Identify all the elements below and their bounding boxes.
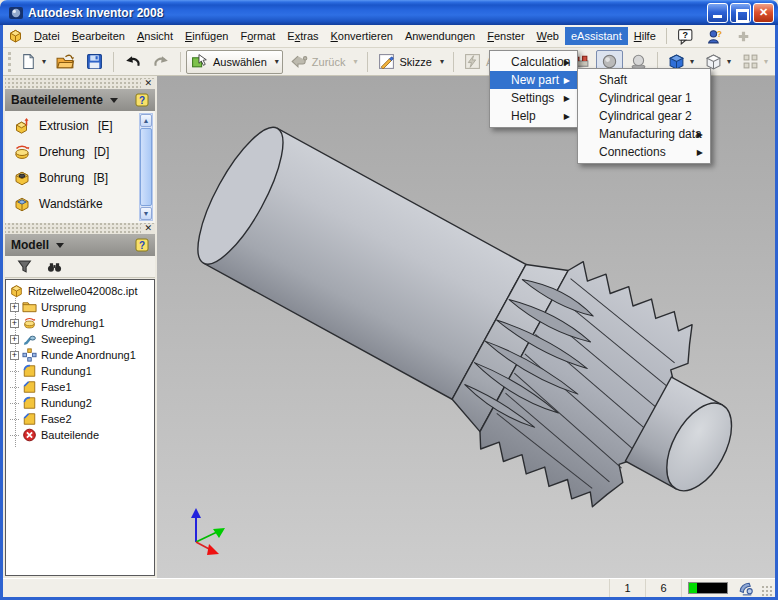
dropdown-arrow-icon[interactable]: ▾ [353,57,357,66]
submenu-arrow-icon: ▶ [564,58,570,67]
panel-header-bauteilelemente[interactable]: Bauteilelemente ? [5,89,155,111]
tree-item-umdrehung1[interactable]: +Umdrehung1 [6,315,154,331]
submenu-item-connections[interactable]: Connections▶ [578,143,710,161]
panel-header-modell[interactable]: Modell ? [5,234,155,256]
submenu-item-shaft[interactable]: Shaft [578,71,710,89]
extrusion-icon [13,117,31,135]
tree-item-fase2[interactable]: Fase2 [6,411,154,427]
file-cube-icon [7,28,24,44]
menu-eassistant[interactable]: eAssistant [565,27,628,45]
tree-connector [10,387,19,388]
submenu-item-manufacturing-data[interactable]: Manufacturing data▶ [578,125,710,143]
expand-icon[interactable]: + [10,319,19,328]
help-badge-icon[interactable]: ? [135,93,149,107]
menu-item-calculation[interactable]: Calculation▶ [490,53,577,71]
chevron-down-icon[interactable] [110,98,118,103]
dropdown-arrow-icon[interactable]: ▾ [275,57,279,66]
ausw-hlen-button[interactable]: Auswählen▾ [186,50,283,74]
close-icon[interactable]: ✕ [141,224,155,233]
redo-button[interactable] [148,50,175,74]
menu-hilfe[interactable]: Hilfe [628,27,662,45]
minimize-button[interactable] [707,3,728,23]
scroll-down-icon[interactable]: ▼ [140,207,152,220]
zur-ck-button[interactable]: Zurück▾ [285,50,362,74]
resize-grip[interactable] [761,585,773,597]
tree-item-bauteilende[interactable]: Bauteilende [6,427,154,443]
tree-item-sweeping1[interactable]: +Sweeping1 [6,331,154,347]
plus-button[interactable] [730,26,757,46]
dropdown-arrow-icon[interactable]: ▾ [440,57,444,66]
expand-icon[interactable]: + [10,303,19,312]
toolbar-separator [453,52,454,72]
menu-einf-gen[interactable]: Einfügen [179,27,234,45]
menu-datei[interactable]: Datei [28,27,66,45]
scroll-thumb[interactable] [140,128,152,206]
save-button[interactable] [81,50,108,74]
binoculars-icon [47,259,62,274]
model-tools-row [5,256,155,278]
filter-funnel-icon [17,259,32,274]
panel-grip-elements[interactable]: ✕ [5,78,155,89]
satellite-icon [738,581,755,596]
tree-item-ritzelwelle042008c-ipt[interactable]: Ritzelwelle042008c.ipt [6,283,154,299]
submenu-arrow-icon: ▶ [564,76,570,85]
filter-funnel-button[interactable] [13,257,36,277]
panel-grip-model[interactable]: ✕ [5,223,155,234]
close-icon[interactable]: ✕ [141,79,155,88]
menu-format[interactable]: Format [234,27,281,45]
tree-item-rundung1[interactable]: Rundung1 [6,363,154,379]
fillet-icon [22,364,37,378]
menu-ansicht[interactable]: Ansicht [131,27,179,45]
toolbar-drag-handle[interactable] [8,52,11,72]
open-button[interactable] [52,50,79,74]
expand-icon[interactable]: + [10,351,19,360]
menu-extras[interactable]: Extras [281,27,324,45]
close-button[interactable]: ✕ [753,3,774,23]
main-toolbar: ▾Auswählen▾Zurück▾Skizze▾Aktualisieren▾ [14,50,566,74]
scroll-up-icon[interactable]: ▲ [140,114,152,127]
dropdown-arrow-icon[interactable]: ▾ [42,57,46,66]
new-doc-button[interactable]: ▾ [15,50,50,74]
model-tree: Ritzelwelle042008c.ipt+Ursprung+Umdrehun… [6,280,154,443]
scrollbar[interactable]: ▲ ▼ [139,113,153,221]
tree-item-fase1[interactable]: Fase1 [6,379,154,395]
feature-item-extrusion[interactable]: Extrusion[E] [5,113,155,139]
chevron-down-icon[interactable] [56,243,64,248]
maximize-button[interactable] [730,3,751,23]
tree-item-rundung2[interactable]: Rundung2 [6,395,154,411]
binoculars-button[interactable] [43,257,66,277]
help-bubble-icon: ? [676,28,695,45]
tree-item-ursprung[interactable]: +Ursprung [6,299,154,315]
assistant-help-button[interactable]: ? [701,26,728,46]
tree-item-runde-anordnung1[interactable]: +Runde Anordnung1 [6,347,154,363]
submenu-item-cylindrical-gear-2[interactable]: Cylindrical gear 2 [578,107,710,125]
menu-anwendungen[interactable]: Anwendungen [399,27,481,45]
feature-item-drehung[interactable]: Drehung[D] [5,139,155,165]
fillet-icon [22,396,37,410]
menu-web[interactable]: Web [531,27,565,45]
expand-icon[interactable]: + [10,335,19,344]
skizze-button[interactable]: Skizze▾ [373,50,448,74]
help-bubble-button[interactable]: ? [672,26,699,46]
menu-item-new-part[interactable]: New part▶ [490,71,577,89]
svg-text:?: ? [139,95,145,106]
dropdown-arrow-icon[interactable]: ▾ [690,57,694,66]
sweep-icon [22,332,37,346]
feature-item-wandst-rke[interactable]: Wandstärke [5,191,155,217]
menu-fenster[interactable]: Fenster [481,27,530,45]
dropdown-arrow-icon[interactable]: ▾ [764,57,768,66]
menu-bearbeiten[interactable]: Bearbeiten [66,27,131,45]
titlebar[interactable]: Autodesk Inventor 2008 ✕ [0,0,778,25]
new-doc-icon [19,53,38,70]
menu-konvertieren[interactable]: Konvertieren [325,27,399,45]
tree-connector [10,419,19,420]
menu-item-settings[interactable]: Settings▶ [490,89,577,107]
undo-button[interactable] [119,50,146,74]
pattern-button[interactable]: ▾ [737,50,772,74]
help-badge-icon[interactable]: ? [135,238,149,252]
feature-item-bohrung[interactable]: Bohrung[B] [5,165,155,191]
dropdown-arrow-icon[interactable]: ▾ [727,57,731,66]
menubar-items: DateiBearbeitenAnsichtEinfügenFormatExtr… [28,27,662,45]
submenu-item-cylindrical-gear-1[interactable]: Cylindrical gear 1 [578,89,710,107]
menu-item-help[interactable]: Help▶ [490,107,577,125]
